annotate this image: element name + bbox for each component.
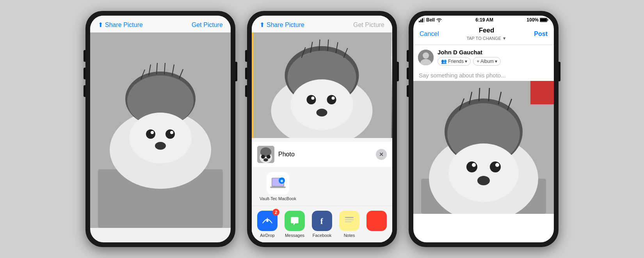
status-bar: Bell 6:19 AM 100% [413, 16, 554, 23]
svg-rect-55 [420, 20, 422, 22]
phone-3: Bell 6:19 AM 100% [409, 11, 559, 247]
fb-photo-preview [413, 81, 554, 214]
phone-1: ⬆ Share Picture Get Picture [85, 11, 235, 247]
more-app-icon [366, 211, 387, 231]
friends-button[interactable]: 👥 Friends ▾ [438, 57, 471, 66]
get-picture-button-2[interactable]: Get Picture [353, 22, 384, 29]
fb-nav: Cancel Feed TAP TO CHANGE ▼ Post [413, 23, 554, 45]
airdrop-app-icon: 2 [257, 211, 278, 231]
facebook-app-icon: f [312, 211, 332, 231]
svg-rect-56 [422, 18, 423, 22]
svg-point-30 [311, 97, 315, 100]
fb-caption-area[interactable]: Say something about this photo... [413, 70, 554, 81]
friends-icon: 👥 [441, 59, 447, 64]
nav-bar-2: ⬆ Share Picture Get Picture [252, 16, 392, 32]
airdrop-device[interactable]: ⊕ Vault-Tec MacBook [260, 172, 296, 201]
hedgehog-photo-2 [252, 32, 392, 138]
share-preview-label: Photo [278, 151, 372, 158]
svg-point-62 [423, 52, 429, 59]
svg-rect-65 [530, 81, 554, 104]
notes-app-icon [339, 211, 359, 231]
messages-label: Messages [285, 233, 304, 238]
cancel-button[interactable]: Cancel [420, 30, 439, 38]
svg-point-38 [263, 158, 268, 161]
svg-point-15 [170, 131, 173, 134]
svg-point-16 [155, 142, 166, 150]
wifi-icon [436, 18, 442, 22]
svg-rect-49 [342, 214, 356, 228]
fb-user-info: John D Gauchat 👥 Friends ▾ + Album ▾ [438, 49, 501, 66]
svg-point-81 [477, 176, 490, 185]
svg-point-36 [261, 155, 265, 159]
phone-2: ⬆ Share Picture Get Picture [247, 11, 397, 247]
svg-rect-52 [345, 221, 352, 222]
svg-point-12 [146, 129, 155, 139]
svg-rect-41 [270, 186, 286, 188]
post-button[interactable]: Post [534, 30, 548, 38]
svg-point-11 [129, 113, 192, 163]
svg-point-79 [472, 163, 476, 167]
upload-icon-2: ⬆ [260, 21, 265, 29]
fb-hedgehog-illustration [413, 81, 554, 214]
more-app[interactable] [366, 211, 387, 238]
svg-point-29 [327, 95, 336, 104]
feed-title[interactable]: Feed TAP TO CHANGE ▼ [466, 27, 506, 41]
macbook-label: Vault-Tec MacBook [260, 196, 296, 201]
svg-point-28 [307, 95, 316, 104]
battery-icon [540, 18, 548, 22]
hedgehog-illustration-2 [252, 32, 392, 138]
share-picture-button-2[interactable]: ⬆ Share Picture [260, 21, 304, 29]
svg-rect-59 [540, 18, 547, 22]
share-thumb [257, 146, 274, 163]
svg-rect-57 [423, 18, 425, 22]
fb-avatar [418, 50, 434, 65]
messages-app[interactable]: Messages [285, 211, 305, 238]
fb-controls: 👥 Friends ▾ + Album ▾ [438, 57, 501, 66]
get-picture-button-1[interactable]: Get Picture [192, 22, 223, 29]
svg-point-77 [466, 161, 477, 172]
carrier-info: Bell [419, 17, 442, 23]
share-sheet: Photo ✕ [252, 138, 392, 242]
tap-to-change-label: TAP TO CHANGE ▼ [466, 36, 506, 41]
svg-rect-51 [345, 219, 354, 220]
caption-placeholder: Say something about this photo... [419, 72, 506, 79]
share-apps-row: 2 AirDrop Messages [252, 206, 392, 242]
share-picture-button-1[interactable]: ⬆ Share Picture [98, 21, 143, 29]
svg-rect-60 [547, 19, 548, 21]
svg-point-80 [495, 163, 499, 167]
facebook-app[interactable]: f Facebook [312, 211, 332, 238]
svg-point-78 [490, 161, 501, 172]
svg-text:⊕: ⊕ [280, 179, 283, 183]
battery-percent: 100% [527, 17, 539, 23]
album-button[interactable]: + Album ▾ [473, 57, 501, 66]
svg-rect-50 [345, 217, 354, 218]
fb-username: John D Gauchat [438, 49, 501, 56]
airdrop-app[interactable]: 2 AirDrop [257, 211, 278, 238]
carrier-label: Bell [426, 17, 435, 23]
fb-user-row: John D Gauchat 👥 Friends ▾ + Album ▾ [413, 45, 554, 70]
notes-label: Notes [344, 233, 355, 238]
friends-label: Friends ▾ [448, 59, 467, 64]
screen-2: ⬆ Share Picture Get Picture [252, 16, 392, 242]
svg-point-14 [151, 131, 154, 134]
notes-app[interactable]: Notes [339, 211, 359, 238]
time-label: 6:19 AM [475, 17, 493, 23]
battery-area: 100% [527, 17, 548, 23]
share-preview-row: Photo ✕ [252, 142, 392, 167]
facebook-label: Facebook [313, 233, 331, 238]
svg-point-13 [165, 129, 175, 139]
get-picture-label-2: Get Picture [353, 22, 384, 29]
share-close-button[interactable]: ✕ [376, 149, 387, 160]
screen-1: ⬆ Share Picture Get Picture [90, 16, 231, 242]
svg-point-76 [448, 143, 519, 202]
svg-point-37 [267, 155, 270, 159]
airdrop-badge: 2 [272, 209, 279, 216]
nav-bar-1: ⬆ Share Picture Get Picture [90, 16, 231, 32]
svg-rect-53 [370, 214, 384, 228]
svg-point-32 [317, 109, 327, 116]
macbook-icon: ⊕ [267, 172, 289, 195]
svg-rect-54 [419, 21, 420, 22]
share-picture-label-1: Share Picture [105, 22, 143, 29]
airdrop-label: AirDrop [260, 233, 274, 238]
airdrop-device-row: ⊕ Vault-Tec MacBook [252, 167, 392, 206]
